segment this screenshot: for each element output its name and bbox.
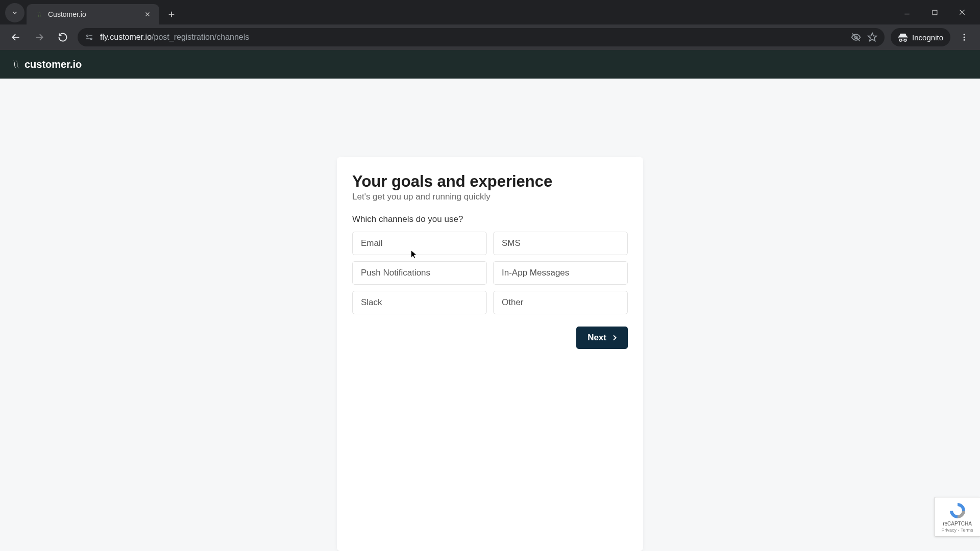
incognito-chip[interactable]: Incognito xyxy=(891,28,950,46)
recaptcha-title: reCAPTCHA xyxy=(943,521,972,527)
channel-options: Email SMS Push Notifications In-App Mess… xyxy=(352,232,628,314)
svg-point-17 xyxy=(900,39,902,41)
address-bar[interactable]: fly.customer.io/post_registration/channe… xyxy=(78,28,885,46)
svg-point-22 xyxy=(964,39,965,41)
viewport: customer.io Your goals and experience Le… xyxy=(0,50,980,551)
onboarding-card: Your goals and experience Let's get you … xyxy=(337,157,643,551)
recaptcha-icon xyxy=(948,502,967,520)
brand-mark-icon xyxy=(9,59,20,70)
app-header: customer.io xyxy=(0,50,980,79)
channel-option-inapp[interactable]: In-App Messages xyxy=(493,261,628,285)
svg-point-21 xyxy=(964,37,965,38)
incognito-icon xyxy=(898,32,908,42)
svg-point-10 xyxy=(87,35,88,37)
close-icon xyxy=(959,9,966,16)
card-heading: Your goals and experience xyxy=(352,172,628,191)
browser-tab[interactable]: Customer.io xyxy=(27,4,159,24)
arrow-left-icon xyxy=(11,32,21,42)
page-body: Your goals and experience Let's get you … xyxy=(0,79,980,551)
plus-icon xyxy=(167,10,176,18)
reload-button[interactable] xyxy=(54,29,71,46)
brand-name: customer.io xyxy=(24,59,82,70)
favicon-icon xyxy=(34,10,43,19)
bookmark-star-icon[interactable] xyxy=(867,32,877,42)
minimize-icon xyxy=(903,9,911,16)
next-button[interactable]: Next xyxy=(576,327,628,349)
chevron-right-icon xyxy=(610,334,619,342)
channel-option-other[interactable]: Other xyxy=(493,291,628,314)
eye-off-icon[interactable] xyxy=(851,32,861,42)
next-button-label: Next xyxy=(587,333,606,343)
svg-point-12 xyxy=(90,38,92,40)
brand-logo[interactable]: customer.io xyxy=(9,59,82,70)
incognito-label: Incognito xyxy=(912,33,943,42)
reload-icon xyxy=(58,32,68,42)
svg-point-18 xyxy=(904,39,906,41)
window-maximize-button[interactable] xyxy=(927,5,942,20)
window-controls xyxy=(899,0,977,24)
tab-close-button[interactable] xyxy=(143,10,152,19)
site-settings-icon[interactable] xyxy=(85,33,94,42)
forward-button[interactable] xyxy=(31,29,48,46)
window-minimize-button[interactable] xyxy=(899,5,915,20)
card-subtitle: Let's get you up and running quickly xyxy=(352,192,628,202)
address-bar-url: fly.customer.io/post_registration/channe… xyxy=(100,33,845,42)
browser-toolbar: fly.customer.io/post_registration/channe… xyxy=(0,24,980,50)
tab-search-button[interactable] xyxy=(5,3,24,22)
arrow-right-icon xyxy=(34,32,44,42)
svg-marker-16 xyxy=(868,33,877,41)
browser-menu-button[interactable] xyxy=(955,29,973,46)
channel-option-email[interactable]: Email xyxy=(352,232,487,255)
channel-option-sms[interactable]: SMS xyxy=(493,232,628,255)
browser-tab-strip: Customer.io xyxy=(0,0,980,24)
window-close-button[interactable] xyxy=(954,5,970,20)
card-question: Which channels do you use? xyxy=(352,214,628,224)
svg-rect-19 xyxy=(899,36,908,37)
new-tab-button[interactable] xyxy=(163,6,180,22)
recaptcha-badge[interactable]: reCAPTCHA Privacy - Terms xyxy=(934,497,980,537)
svg-point-20 xyxy=(964,34,965,35)
channel-option-slack[interactable]: Slack xyxy=(352,291,487,314)
maximize-icon xyxy=(932,9,938,16)
kebab-icon xyxy=(960,33,969,42)
svg-rect-5 xyxy=(933,10,937,15)
back-button[interactable] xyxy=(7,29,24,46)
chevron-down-icon xyxy=(11,9,18,16)
close-icon xyxy=(144,11,151,17)
tab-title: Customer.io xyxy=(48,10,138,18)
recaptcha-sub: Privacy - Terms xyxy=(942,528,973,533)
channel-option-push[interactable]: Push Notifications xyxy=(352,261,487,285)
